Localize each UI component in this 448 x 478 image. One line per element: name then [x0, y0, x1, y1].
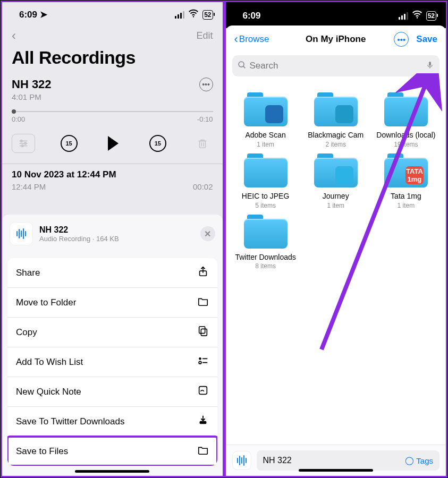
page-title: All Recordings	[2, 47, 223, 72]
folder-blackmagic-cam[interactable]: Blackmagic Cam2 items	[303, 92, 368, 148]
more-icon[interactable]: •••	[394, 32, 409, 47]
folder-name: Journey	[303, 192, 368, 201]
folder-tata-1mg[interactable]: TATA 1mgTata 1mg1 item	[374, 153, 438, 209]
svg-rect-7	[199, 141, 205, 148]
svg-point-4	[21, 140, 23, 142]
folder-icon	[314, 92, 358, 126]
filename-input[interactable]: NH 322	[263, 456, 292, 465]
folder-icon	[244, 92, 288, 126]
action-icon	[197, 266, 209, 280]
status-bar: 6:09 52	[226, 2, 446, 28]
svg-point-15	[199, 361, 201, 364]
item-time: 12:44 PM	[12, 182, 46, 191]
audio-icon	[10, 222, 33, 245]
more-icon[interactable]: •••	[199, 78, 213, 91]
edit-button[interactable]: Edit	[196, 30, 213, 41]
battery-icon: 52	[202, 10, 213, 20]
sheet-meta: Audio Recording · 164 KB	[39, 235, 119, 243]
action-icon	[197, 295, 209, 310]
back-button[interactable]: ‹Browse	[234, 32, 269, 46]
action-save-to-twitter-downloads[interactable]: Save To Twitter Downloads	[7, 407, 217, 437]
close-icon[interactable]: ✕	[200, 226, 215, 241]
svg-point-0	[193, 16, 194, 17]
svg-line-21	[243, 66, 245, 68]
clock: 6:09	[243, 11, 261, 21]
action-add-to-wish-list[interactable]: Add To Wish List	[7, 347, 217, 377]
action-icon	[197, 444, 209, 458]
action-copy[interactable]: Copy	[7, 318, 217, 347]
action-move-to-folder[interactable]: Move to Folder	[7, 288, 217, 318]
mic-icon[interactable]	[426, 59, 434, 72]
folder-name: HEIC to JPEG	[233, 192, 298, 201]
folder-meta: 5 items	[233, 202, 298, 209]
cellular-icon	[175, 11, 184, 19]
folder-thumb	[265, 105, 283, 123]
save-button[interactable]: Save	[416, 34, 437, 45]
sheet-title: NH 322	[39, 225, 119, 235]
svg-point-13	[199, 357, 201, 360]
svg-point-19	[416, 17, 417, 18]
svg-rect-22	[429, 62, 431, 66]
audio-icon	[232, 451, 251, 470]
tags-button[interactable]: ◯ Tags	[405, 456, 433, 465]
folder-meta: 2 items	[303, 141, 368, 148]
svg-rect-18	[199, 421, 206, 424]
action-label: Share	[16, 268, 40, 278]
folder-icon	[244, 153, 288, 187]
svg-rect-14	[202, 358, 207, 359]
nav-bar: ‹Browse On My iPhone ••• Save	[226, 25, 446, 53]
folder-twitter-downloads[interactable]: Twitter Downloads8 items	[233, 215, 298, 270]
search-input[interactable]	[250, 61, 426, 71]
folder-icon: TATA 1mg	[384, 153, 428, 187]
action-new-quick-note[interactable]: New Quick Note	[7, 377, 217, 407]
folder-meta: 1 item	[303, 202, 368, 209]
svg-point-5	[24, 142, 27, 144]
status-bar: 6:09 ➤ 52	[2, 2, 223, 24]
folder-meta: 19 items	[374, 141, 438, 148]
nav-title: On My iPhone	[306, 34, 366, 45]
folder-name: Blackmagic Cam	[303, 131, 368, 140]
action-label: Save To Twitter Downloads	[16, 416, 124, 427]
search-field[interactable]	[232, 55, 440, 76]
folder-icon	[314, 153, 358, 187]
svg-point-20	[239, 62, 244, 67]
skip-back-icon[interactable]: 15	[58, 133, 80, 154]
svg-rect-11	[201, 329, 207, 336]
action-label: Save to Files	[16, 446, 68, 457]
action-save-to-files[interactable]: Save to Files	[7, 437, 217, 466]
back-icon[interactable]: ‹	[12, 28, 16, 43]
folder-journey[interactable]: Journey1 item	[303, 153, 368, 209]
search-icon	[238, 61, 247, 72]
skip-forward-icon[interactable]: 15	[147, 133, 168, 154]
recording-name: NH 322	[12, 78, 52, 91]
list-item[interactable]: 10 Nov 2023 at 12:44 PM 12:44 PM 00:02	[2, 164, 223, 197]
location-icon: ➤	[40, 10, 47, 20]
trash-icon[interactable]	[192, 133, 213, 154]
folder-meta: 8 items	[233, 262, 298, 270]
folder-thumb: TATA 1mg	[405, 166, 424, 184]
folder-meta: 1 item	[374, 202, 438, 209]
folder-downloads-local-[interactable]: Downloads (local)19 items	[374, 92, 438, 148]
folder-thumb	[335, 166, 353, 184]
action-icon	[197, 385, 209, 399]
folder-name: Adobe Scan	[233, 131, 298, 140]
folder-icon	[384, 92, 428, 126]
folder-meta: 1 item	[233, 141, 298, 148]
cellular-icon	[399, 12, 408, 20]
folder-name: Twitter Downloads	[233, 253, 298, 262]
home-indicator	[299, 469, 373, 472]
action-icon	[197, 414, 209, 429]
item-duration: 00:02	[193, 182, 213, 191]
folder-adobe-scan[interactable]: Adobe Scan1 item	[233, 92, 298, 148]
svg-point-6	[21, 145, 23, 147]
action-icon	[197, 325, 209, 339]
folder-name: Downloads (local)	[374, 131, 438, 140]
play-button[interactable]	[103, 133, 124, 154]
folder-name: Tata 1mg	[374, 192, 438, 201]
folder-heic-to-jpeg[interactable]: HEIC to JPEG5 items	[233, 153, 298, 209]
wifi-icon	[188, 7, 199, 22]
action-share[interactable]: Share	[7, 258, 217, 288]
folder-thumb	[335, 105, 353, 123]
scrubber[interactable]	[12, 111, 213, 112]
settings-icon[interactable]	[12, 134, 35, 153]
